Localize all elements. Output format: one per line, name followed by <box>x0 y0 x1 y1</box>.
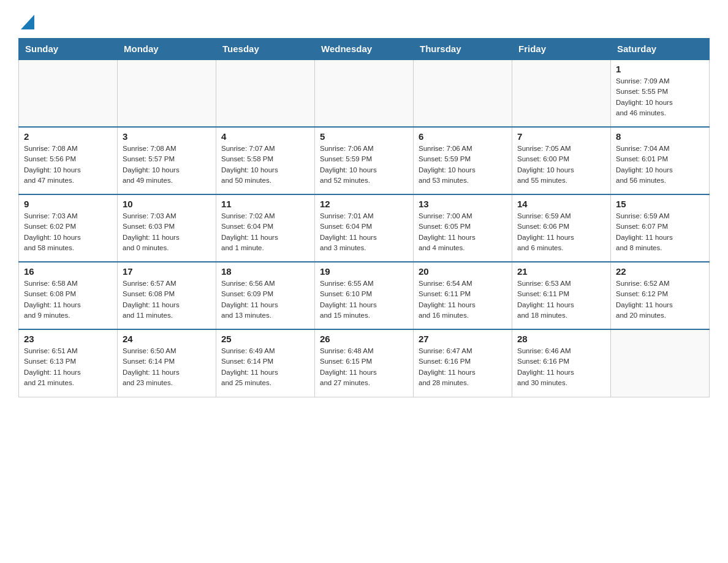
calendar-cell: 6Sunrise: 7:06 AMSunset: 5:59 PMDaylight… <box>414 127 512 194</box>
calendar-cell <box>512 59 611 127</box>
day-number: 15 <box>616 199 704 209</box>
day-info: Sunrise: 6:49 AMSunset: 6:14 PMDaylight:… <box>221 346 309 388</box>
day-info: Sunrise: 6:52 AMSunset: 6:12 PMDaylight:… <box>616 278 704 321</box>
calendar-cell: 9Sunrise: 7:03 AMSunset: 6:02 PMDaylight… <box>19 194 118 262</box>
calendar-header-row: SundayMondayTuesdayWednesdayThursdayFrid… <box>19 39 710 60</box>
calendar-cell: 17Sunrise: 6:57 AMSunset: 6:08 PMDayligh… <box>118 262 216 329</box>
day-number: 26 <box>320 334 408 344</box>
day-info: Sunrise: 7:09 AMSunset: 5:55 PMDaylight:… <box>616 76 704 118</box>
calendar-week-row: 23Sunrise: 6:51 AMSunset: 6:13 PMDayligh… <box>19 329 710 397</box>
calendar-week-row: 1Sunrise: 7:09 AMSunset: 5:55 PMDaylight… <box>19 59 710 127</box>
calendar-cell <box>19 59 118 127</box>
calendar-cell <box>611 329 710 397</box>
day-info: Sunrise: 6:55 AMSunset: 6:10 PMDaylight:… <box>320 278 408 321</box>
day-number: 10 <box>123 199 211 209</box>
calendar-cell: 2Sunrise: 7:08 AMSunset: 5:56 PMDaylight… <box>19 127 118 194</box>
day-info: Sunrise: 6:50 AMSunset: 6:14 PMDaylight:… <box>123 346 211 388</box>
calendar-cell <box>315 59 414 127</box>
day-number: 27 <box>419 334 507 344</box>
calendar-cell <box>216 59 315 127</box>
logo <box>18 12 34 32</box>
calendar-cell: 22Sunrise: 6:52 AMSunset: 6:12 PMDayligh… <box>611 262 710 329</box>
day-info: Sunrise: 6:46 AMSunset: 6:16 PMDaylight:… <box>517 346 605 388</box>
day-info: Sunrise: 6:56 AMSunset: 6:09 PMDaylight:… <box>221 278 309 321</box>
calendar-cell: 7Sunrise: 7:05 AMSunset: 6:00 PMDaylight… <box>512 127 611 194</box>
day-number: 17 <box>123 266 211 277</box>
weekday-header-thursday: Thursday <box>414 39 512 60</box>
day-number: 28 <box>517 334 605 344</box>
day-number: 13 <box>419 199 507 209</box>
day-number: 18 <box>221 266 309 277</box>
logo-triangle-icon <box>21 15 34 29</box>
day-number: 25 <box>221 334 309 344</box>
weekday-header-wednesday: Wednesday <box>315 39 414 60</box>
day-number: 2 <box>24 131 112 142</box>
day-info: Sunrise: 7:00 AMSunset: 6:05 PMDaylight:… <box>419 211 507 253</box>
day-info: Sunrise: 7:03 AMSunset: 6:03 PMDaylight:… <box>123 211 211 253</box>
day-number: 1 <box>616 64 704 74</box>
day-number: 12 <box>320 199 408 209</box>
day-number: 3 <box>123 131 211 142</box>
calendar-cell: 15Sunrise: 6:59 AMSunset: 6:07 PMDayligh… <box>611 194 710 262</box>
page-header <box>18 12 710 32</box>
svg-marker-0 <box>21 15 34 29</box>
calendar-cell: 4Sunrise: 7:07 AMSunset: 5:58 PMDaylight… <box>216 127 315 194</box>
calendar-cell: 28Sunrise: 6:46 AMSunset: 6:16 PMDayligh… <box>512 329 611 397</box>
day-number: 9 <box>24 199 112 209</box>
calendar-cell: 20Sunrise: 6:54 AMSunset: 6:11 PMDayligh… <box>414 262 512 329</box>
calendar-cell <box>414 59 512 127</box>
calendar-week-row: 2Sunrise: 7:08 AMSunset: 5:56 PMDaylight… <box>19 127 710 194</box>
calendar-cell: 3Sunrise: 7:08 AMSunset: 5:57 PMDaylight… <box>118 127 216 194</box>
day-number: 24 <box>123 334 211 344</box>
calendar-cell: 25Sunrise: 6:49 AMSunset: 6:14 PMDayligh… <box>216 329 315 397</box>
weekday-header-friday: Friday <box>512 39 611 60</box>
weekday-header-saturday: Saturday <box>611 39 710 60</box>
day-info: Sunrise: 6:57 AMSunset: 6:08 PMDaylight:… <box>123 278 211 321</box>
day-info: Sunrise: 7:04 AMSunset: 6:01 PMDaylight:… <box>616 144 704 186</box>
day-info: Sunrise: 6:59 AMSunset: 6:06 PMDaylight:… <box>517 211 605 253</box>
day-info: Sunrise: 7:05 AMSunset: 6:00 PMDaylight:… <box>517 144 605 186</box>
day-number: 4 <box>221 131 309 142</box>
day-info: Sunrise: 6:59 AMSunset: 6:07 PMDaylight:… <box>616 211 704 253</box>
calendar-cell: 14Sunrise: 6:59 AMSunset: 6:06 PMDayligh… <box>512 194 611 262</box>
day-number: 20 <box>419 266 507 277</box>
weekday-header-sunday: Sunday <box>19 39 118 60</box>
calendar-cell: 19Sunrise: 6:55 AMSunset: 6:10 PMDayligh… <box>315 262 414 329</box>
calendar-table: SundayMondayTuesdayWednesdayThursdayFrid… <box>18 38 710 397</box>
calendar-cell <box>118 59 216 127</box>
day-info: Sunrise: 7:03 AMSunset: 6:02 PMDaylight:… <box>24 211 112 253</box>
day-info: Sunrise: 6:53 AMSunset: 6:11 PMDaylight:… <box>517 278 605 321</box>
day-number: 8 <box>616 131 704 142</box>
weekday-header-monday: Monday <box>118 39 216 60</box>
day-number: 16 <box>24 266 112 277</box>
calendar-cell: 18Sunrise: 6:56 AMSunset: 6:09 PMDayligh… <box>216 262 315 329</box>
day-info: Sunrise: 7:08 AMSunset: 5:57 PMDaylight:… <box>123 144 211 186</box>
calendar-cell: 12Sunrise: 7:01 AMSunset: 6:04 PMDayligh… <box>315 194 414 262</box>
day-info: Sunrise: 7:08 AMSunset: 5:56 PMDaylight:… <box>24 144 112 186</box>
calendar-cell: 10Sunrise: 7:03 AMSunset: 6:03 PMDayligh… <box>118 194 216 262</box>
day-info: Sunrise: 6:51 AMSunset: 6:13 PMDaylight:… <box>24 346 112 388</box>
day-info: Sunrise: 6:47 AMSunset: 6:16 PMDaylight:… <box>419 346 507 388</box>
day-number: 23 <box>24 334 112 344</box>
day-number: 6 <box>419 131 507 142</box>
calendar-cell: 5Sunrise: 7:06 AMSunset: 5:59 PMDaylight… <box>315 127 414 194</box>
day-info: Sunrise: 7:06 AMSunset: 5:59 PMDaylight:… <box>419 144 507 186</box>
calendar-week-row: 9Sunrise: 7:03 AMSunset: 6:02 PMDaylight… <box>19 194 710 262</box>
day-number: 21 <box>517 266 605 277</box>
calendar-cell: 11Sunrise: 7:02 AMSunset: 6:04 PMDayligh… <box>216 194 315 262</box>
day-number: 7 <box>517 131 605 142</box>
day-number: 14 <box>517 199 605 209</box>
calendar-cell: 24Sunrise: 6:50 AMSunset: 6:14 PMDayligh… <box>118 329 216 397</box>
calendar-week-row: 16Sunrise: 6:58 AMSunset: 6:08 PMDayligh… <box>19 262 710 329</box>
day-number: 11 <box>221 199 309 209</box>
day-info: Sunrise: 7:06 AMSunset: 5:59 PMDaylight:… <box>320 144 408 186</box>
calendar-cell: 13Sunrise: 7:00 AMSunset: 6:05 PMDayligh… <box>414 194 512 262</box>
calendar-cell: 23Sunrise: 6:51 AMSunset: 6:13 PMDayligh… <box>19 329 118 397</box>
calendar-cell: 1Sunrise: 7:09 AMSunset: 5:55 PMDaylight… <box>611 59 710 127</box>
day-number: 19 <box>320 266 408 277</box>
day-info: Sunrise: 6:48 AMSunset: 6:15 PMDaylight:… <box>320 346 408 388</box>
calendar-cell: 26Sunrise: 6:48 AMSunset: 6:15 PMDayligh… <box>315 329 414 397</box>
calendar-cell: 27Sunrise: 6:47 AMSunset: 6:16 PMDayligh… <box>414 329 512 397</box>
day-info: Sunrise: 6:58 AMSunset: 6:08 PMDaylight:… <box>24 278 112 321</box>
weekday-header-tuesday: Tuesday <box>216 39 315 60</box>
